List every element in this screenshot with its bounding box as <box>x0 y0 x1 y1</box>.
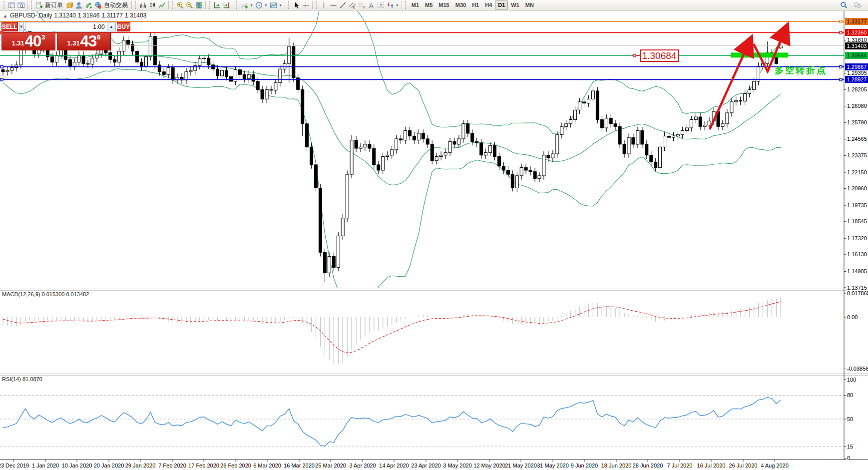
textA-icon: A <box>368 1 375 9</box>
timeframe-h1-button[interactable]: H1 <box>469 1 482 9</box>
trendline-tool[interactable] <box>338 0 348 9</box>
toolbar-separator <box>27 1 28 9</box>
arrows-tool[interactable]: ▼ <box>386 0 400 9</box>
timeframe-m15-button[interactable]: M15 <box>435 1 452 9</box>
data-window-toggle[interactable] <box>16 0 26 9</box>
high-value: 1.31846 <box>78 12 99 19</box>
macd-main-value: 0.015300 <box>41 291 64 297</box>
line-handle <box>0 78 3 81</box>
toolbar-grip <box>135 1 137 9</box>
search-button[interactable] <box>839 0 849 9</box>
cursor-icon <box>293 1 300 9</box>
timeframe-d1-button[interactable]: D1 <box>495 0 508 9</box>
line-handle <box>840 20 842 23</box>
volume-input[interactable] <box>25 22 107 31</box>
indicators-menu-button[interactable]: ▼ <box>240 0 254 9</box>
market-button[interactable] <box>65 0 74 9</box>
crosshair-icon <box>302 1 310 9</box>
vertical-line-tool[interactable] <box>319 0 329 9</box>
toolbar-separator <box>131 1 132 9</box>
chartshift-icon <box>223 1 230 9</box>
open-value: 1.31240 <box>54 12 76 19</box>
sell-price-tile[interactable]: 1.31403 <box>1 32 55 50</box>
candlestick-mode-button[interactable] <box>148 0 157 9</box>
timeframe-m5-button[interactable]: M5 <box>422 1 435 9</box>
auto-trading-button[interactable]: 自动交易 <box>93 0 130 9</box>
buy-button[interactable]: BUY <box>117 22 130 31</box>
bid-point: 3 <box>41 33 45 41</box>
chart-title: ▲GBPUSD-,Daily1.312401.318461.311771.314… <box>3 12 148 19</box>
market-icon <box>66 1 73 9</box>
bid-prefix: 1.31 <box>11 39 24 47</box>
community-button[interactable] <box>74 0 84 9</box>
auto-scroll-button[interactable] <box>212 0 222 9</box>
zoom-out-button[interactable] <box>185 0 194 9</box>
rsi-value: 81.0870 <box>22 376 42 382</box>
svg-text:F: F <box>363 5 365 8</box>
vline-icon <box>320 1 328 9</box>
toolbar-grip <box>31 1 33 9</box>
timeframe-h4-button[interactable]: H4 <box>482 1 495 9</box>
clock-icon <box>255 1 263 9</box>
person-icon <box>75 1 83 9</box>
volume-dropdown-button[interactable]: ▼ <box>19 22 24 31</box>
tile-icon <box>195 1 203 9</box>
ask-prefix: 1.31 <box>67 39 79 47</box>
zoom-in-button[interactable] <box>175 0 185 9</box>
chart-shift-button[interactable] <box>222 0 231 9</box>
candles-icon <box>149 1 156 9</box>
toolbar-grip <box>316 1 318 9</box>
new-order-button[interactable]: 新订单 <box>34 0 65 9</box>
crosshair-tool-button[interactable] <box>301 0 311 9</box>
fibo-icon: F <box>358 1 366 9</box>
main-pane <box>1 0 782 302</box>
timeframe-m1-button[interactable]: M1 <box>409 1 422 9</box>
timeframe-m30-button[interactable]: M30 <box>452 1 469 9</box>
chart-canvas[interactable] <box>0 0 868 470</box>
turning-point-note[interactable]: 多空转折点 <box>775 64 827 76</box>
trend-arrow[interactable] <box>710 38 751 129</box>
horizontal-line-tool[interactable] <box>329 0 338 9</box>
autoscroll-icon <box>213 1 221 9</box>
bars-icon <box>139 1 147 9</box>
chat-button[interactable] <box>853 0 862 9</box>
channel-icon: E <box>349 1 356 9</box>
volume-increase-button[interactable]: ▲ <box>107 22 115 31</box>
rsi-line <box>3 397 781 446</box>
close-value: 1.31403 <box>125 12 146 19</box>
templates-menu-button[interactable]: ▼ <box>269 0 283 9</box>
timeframe-mn-button[interactable]: MN <box>522 1 537 9</box>
timeframe-w1-button[interactable]: W1 <box>508 1 522 9</box>
buy-price-tile[interactable]: 1.31436 <box>57 32 111 50</box>
labelT-icon: T <box>377 1 385 9</box>
text-label-tool[interactable]: T <box>376 0 386 9</box>
periods-menu-button[interactable]: ▼ <box>254 0 269 9</box>
candles-layer <box>1 26 782 282</box>
ask-point: 6 <box>97 33 100 41</box>
toolbar: 新订单自动交易▼▼▼EFAT▼M1M5M15M30H1H4D1W1MN <box>0 0 868 10</box>
line-handle <box>840 31 842 34</box>
ask-pips: 43 <box>80 34 96 48</box>
text-tool[interactable]: A <box>367 0 376 9</box>
tile-windows-button[interactable] <box>194 0 204 9</box>
toolbar-grip <box>236 1 238 9</box>
bid-pips: 40 <box>25 34 41 48</box>
chat-icon <box>854 1 861 9</box>
signals-button[interactable] <box>84 0 93 9</box>
fibonacci-tool[interactable]: F <box>357 0 367 9</box>
macd-label: MACD(12,26,9) 0.015300 0.013482 <box>2 291 89 297</box>
tline-icon <box>339 1 347 9</box>
ohlc-collapse-icon[interactable]: ▲ <box>3 13 7 18</box>
channel-tool[interactable]: E <box>348 0 357 9</box>
zoomin-icon <box>176 1 184 9</box>
toolbar-separator <box>168 1 169 9</box>
winlist-icon <box>8 1 15 9</box>
sell-button[interactable]: SELL <box>1 22 18 31</box>
price-annotation-label[interactable]: 1.30684 <box>640 49 679 62</box>
market-watch-toggle[interactable] <box>7 0 16 9</box>
cursor-tool-button[interactable] <box>292 0 301 9</box>
macd-signal-value: 0.013482 <box>66 291 89 297</box>
line-chart-mode-button[interactable] <box>157 0 167 9</box>
bar-chart-mode-button[interactable] <box>138 0 148 9</box>
chevron-down-icon: ▼ <box>250 3 253 7</box>
